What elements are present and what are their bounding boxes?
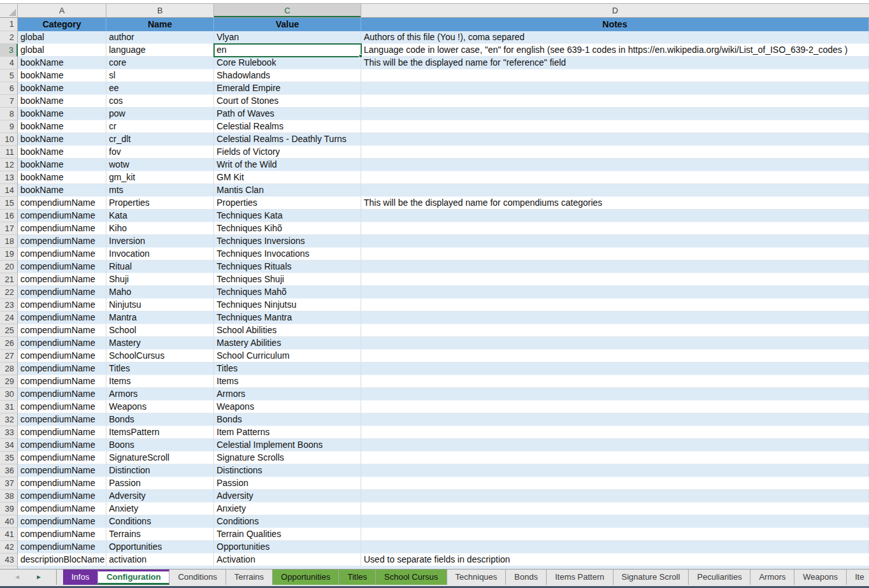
sheet-tab-weapons[interactable]: Weapons — [794, 570, 846, 585]
row-header-11[interactable]: 11 — [0, 146, 18, 159]
cell-C33[interactable]: Item Patterns — [214, 426, 361, 439]
cell-B12[interactable]: wotw — [106, 159, 214, 171]
sheet-tab-conditions[interactable]: Conditions — [169, 570, 225, 585]
cell-D2[interactable]: Authors of this file (You !), coma separ… — [361, 31, 869, 44]
row-header-15[interactable]: 15 — [0, 197, 18, 210]
cell-D27[interactable] — [361, 350, 869, 362]
cell-D39[interactable] — [361, 503, 869, 515]
cell-C10[interactable]: Celestial Realms - Deathly Turns — [214, 133, 361, 146]
cell-D32[interactable] — [361, 413, 869, 426]
cell-C22[interactable]: Techniques Mahõ — [214, 286, 361, 299]
cell-C29[interactable]: Items — [214, 375, 361, 388]
cell-C42[interactable]: Opportunities — [214, 541, 361, 554]
row-header-10[interactable]: 10 — [0, 133, 18, 146]
cell-B26[interactable]: Mastery — [106, 337, 214, 350]
cell-A13[interactable]: bookName — [18, 171, 106, 184]
cell-C12[interactable]: Writ of the Wild — [214, 159, 361, 171]
cell-A14[interactable]: bookName — [18, 184, 106, 197]
sheet-tab-signature-scroll[interactable]: Signature Scroll — [613, 570, 689, 585]
cell-D40[interactable] — [361, 515, 869, 528]
cell-D11[interactable] — [361, 146, 869, 159]
row-header-29[interactable]: 29 — [0, 375, 18, 388]
cell-D43[interactable]: Used to separate fields in description — [361, 554, 869, 566]
cell-C7[interactable]: Court of Stones — [214, 95, 361, 108]
cell-A41[interactable]: compendiumName — [18, 528, 106, 541]
row-header-2[interactable]: 2 — [0, 31, 18, 44]
cell-B42[interactable]: Opportunities — [106, 541, 214, 554]
cell-C24[interactable]: Techniques Mantra — [214, 312, 361, 324]
cell-A2[interactable]: global — [18, 31, 106, 44]
cell-C17[interactable]: Techniques Kihõ — [214, 222, 361, 235]
cell-D7[interactable] — [361, 95, 869, 108]
cell-B14[interactable]: mts — [106, 184, 214, 197]
cell-B28[interactable]: Titles — [106, 362, 214, 375]
row-header-35[interactable]: 35 — [0, 452, 18, 464]
cell-D3[interactable]: Language code in lower case, "en" for en… — [361, 44, 869, 57]
cell-C2[interactable]: Vlyan — [214, 31, 361, 44]
cell-D34[interactable] — [361, 439, 869, 452]
header-cell-notes[interactable]: Notes — [361, 18, 869, 31]
row-header-26[interactable]: 26 — [0, 337, 18, 350]
cell-A27[interactable]: compendiumName — [18, 350, 106, 362]
row-header-8[interactable]: 8 — [0, 108, 18, 120]
row-header-39[interactable]: 39 — [0, 503, 18, 515]
cell-A12[interactable]: bookName — [18, 159, 106, 171]
cell-D21[interactable] — [361, 273, 869, 286]
cell-A42[interactable]: compendiumName — [18, 541, 106, 554]
cell-C43[interactable]: Activation — [214, 554, 361, 566]
row-header-3[interactable]: 3 — [0, 44, 18, 57]
row-header-34[interactable]: 34 — [0, 439, 18, 452]
cell-B35[interactable]: SignatureScroll — [106, 452, 214, 464]
cell-D13[interactable] — [361, 171, 869, 184]
cell-D30[interactable] — [361, 388, 869, 401]
cell-A28[interactable]: compendiumName — [18, 362, 106, 375]
cell-C21[interactable]: Techniques Shuji — [214, 273, 361, 286]
cell-A34[interactable]: compendiumName — [18, 439, 106, 452]
cell-B7[interactable]: cos — [106, 95, 214, 108]
cell-C27[interactable]: School Curriculum — [214, 350, 361, 362]
cell-D12[interactable] — [361, 159, 869, 171]
cell-C26[interactable]: Mastery Abilities — [214, 337, 361, 350]
cell-B19[interactable]: Invocation — [106, 248, 214, 261]
cell-D31[interactable] — [361, 401, 869, 413]
cell-B40[interactable]: Conditions — [106, 515, 214, 528]
row-header-17[interactable]: 17 — [0, 222, 18, 235]
cell-B41[interactable]: Terrains — [106, 528, 214, 541]
cell-B8[interactable]: pow — [106, 108, 214, 120]
cell-A16[interactable]: compendiumName — [18, 210, 106, 222]
cell-C32[interactable]: Bonds — [214, 413, 361, 426]
cell-B9[interactable]: cr — [106, 120, 214, 133]
header-cell-name[interactable]: Name — [106, 18, 214, 31]
cell-C28[interactable]: Titles — [214, 362, 361, 375]
cell-D41[interactable] — [361, 528, 869, 541]
row-header-20[interactable]: 20 — [0, 261, 18, 273]
prev-sheet-arrow-icon[interactable]: ◄ — [14, 574, 20, 580]
row-header-31[interactable]: 31 — [0, 401, 18, 413]
cell-D15[interactable]: This will be the displayed name for comp… — [361, 197, 869, 210]
row-header-21[interactable]: 21 — [0, 273, 18, 286]
row-header-1[interactable]: 1 — [0, 18, 18, 31]
cell-B33[interactable]: ItemsPattern — [106, 426, 214, 439]
cell-D4[interactable]: This will be the displayed name for "ref… — [361, 57, 869, 69]
cell-D37[interactable] — [361, 477, 869, 490]
cell-D9[interactable] — [361, 120, 869, 133]
cell-D26[interactable] — [361, 337, 869, 350]
cell-C6[interactable]: Emerald Empire — [214, 82, 361, 95]
cell-A33[interactable]: compendiumName — [18, 426, 106, 439]
sheet-tab-configuration[interactable]: Configuration — [97, 570, 169, 585]
cell-B31[interactable]: Weapons — [106, 401, 214, 413]
row-header-23[interactable]: 23 — [0, 299, 18, 312]
cell-B17[interactable]: Kiho — [106, 222, 214, 235]
row-header-13[interactable]: 13 — [0, 171, 18, 184]
cell-A22[interactable]: compendiumName — [18, 286, 106, 299]
sheet-tab-opportunities[interactable]: Opportunities — [272, 570, 338, 585]
row-header-36[interactable]: 36 — [0, 464, 18, 477]
cell-B11[interactable]: fov — [106, 146, 214, 159]
sheet-tab-infos[interactable]: Infos — [63, 570, 97, 585]
cell-A35[interactable]: compendiumName — [18, 452, 106, 464]
cell-A15[interactable]: compendiumName — [18, 197, 106, 210]
sheet-tab-titles[interactable]: Titles — [338, 570, 375, 585]
cell-A24[interactable]: compendiumName — [18, 312, 106, 324]
cell-B32[interactable]: Bonds — [106, 413, 214, 426]
cell-B13[interactable]: gm_kit — [106, 171, 214, 184]
